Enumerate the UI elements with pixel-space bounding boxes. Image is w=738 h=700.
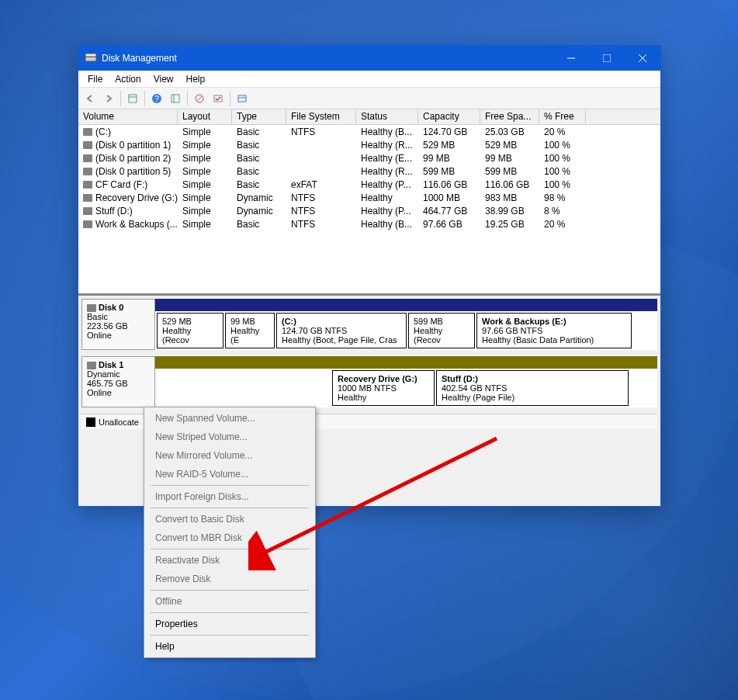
context-item-properties[interactable]: Properties bbox=[144, 615, 315, 633]
context-separator bbox=[151, 549, 309, 549]
context-item-reactivate-disk: Reactivate Disk bbox=[144, 551, 315, 570]
context-item-convert-to-mbr-disk: Convert to MBR Disk bbox=[144, 528, 315, 547]
volume-row[interactable]: (Disk 0 partition 1)SimpleBasicHealthy (… bbox=[78, 138, 660, 151]
drive-icon bbox=[83, 141, 92, 149]
wizard-button[interactable] bbox=[191, 90, 208, 107]
volume-list[interactable]: Volume Layout Type File System Status Ca… bbox=[78, 109, 660, 296]
svg-rect-6 bbox=[129, 95, 137, 102]
disk-header-bar bbox=[155, 299, 657, 311]
context-menu: New Spanned Volume...New Striped Volume.… bbox=[144, 407, 316, 658]
partition-box[interactable]: Recovery Drive (G:)1000 MB NTFSHealthy bbox=[332, 370, 435, 406]
settings-button[interactable] bbox=[167, 90, 184, 107]
titlebar[interactable]: Disk Management bbox=[78, 46, 660, 71]
svg-rect-3 bbox=[603, 54, 611, 62]
drive-icon bbox=[83, 128, 92, 136]
disk-label[interactable]: Disk 1Dynamic465.75 GBOnline bbox=[81, 356, 155, 407]
context-item-remove-disk: Remove Disk bbox=[144, 570, 315, 588]
col-layout[interactable]: Layout bbox=[178, 109, 232, 124]
svg-rect-1 bbox=[85, 54, 96, 57]
app-icon bbox=[85, 52, 97, 64]
col-fs[interactable]: File System bbox=[286, 109, 356, 124]
context-separator bbox=[151, 612, 309, 613]
context-item-new-striped-volume: New Striped Volume... bbox=[144, 428, 315, 446]
disk-row: Disk 0Basic223.56 GBOnline529 MBHealthy … bbox=[81, 299, 657, 350]
context-separator bbox=[151, 635, 309, 636]
check-button[interactable] bbox=[210, 90, 227, 107]
context-separator bbox=[151, 590, 309, 591]
volume-row[interactable]: (C:)SimpleBasicNTFSHealthy (B...124.70 G… bbox=[78, 125, 660, 138]
legend-unallocated: Unallocate bbox=[99, 418, 139, 427]
partition-box[interactable]: 529 MBHealthy (Recov bbox=[157, 313, 223, 348]
menu-file[interactable]: File bbox=[81, 72, 109, 86]
col-free[interactable]: Free Spa... bbox=[480, 109, 539, 124]
context-item-convert-to-basic-disk: Convert to Basic Disk bbox=[144, 510, 315, 528]
svg-rect-10 bbox=[172, 95, 179, 102]
context-item-new-spanned-volume: New Spanned Volume... bbox=[144, 409, 315, 428]
svg-text:?: ? bbox=[154, 95, 159, 103]
svg-rect-15 bbox=[238, 95, 246, 102]
disk-icon bbox=[87, 304, 96, 312]
partition-box[interactable]: Work & Backups (E:)97.66 GB NTFSHealthy … bbox=[476, 313, 632, 348]
volume-row[interactable]: Stuff (D:)SimpleDynamicNTFSHealthy (P...… bbox=[78, 204, 660, 217]
disk-label[interactable]: Disk 0Basic223.56 GBOnline bbox=[81, 299, 155, 350]
context-item-import-foreign-disks: Import Foreign Disks... bbox=[144, 487, 315, 506]
col-status[interactable]: Status bbox=[356, 109, 418, 124]
menu-view[interactable]: View bbox=[147, 72, 180, 86]
col-volume[interactable]: Volume bbox=[78, 109, 178, 124]
maximize-button[interactable] bbox=[589, 46, 625, 71]
list-button[interactable] bbox=[234, 90, 251, 107]
svg-line-13 bbox=[197, 96, 202, 101]
partition-box[interactable]: (C:)124.70 GB NTFSHealthy (Boot, Page Fi… bbox=[276, 313, 407, 348]
context-item-new-mirrored-volume: New Mirrored Volume... bbox=[144, 446, 315, 465]
disk-row: Disk 1Dynamic465.75 GBOnlineRecovery Dri… bbox=[81, 356, 657, 407]
col-capacity[interactable]: Capacity bbox=[418, 109, 480, 124]
volume-list-header: Volume Layout Type File System Status Ca… bbox=[78, 109, 660, 125]
context-item-help[interactable]: Help bbox=[144, 637, 315, 656]
partition-box[interactable]: 99 MBHealthy (E bbox=[225, 313, 275, 348]
partition-box[interactable]: 599 MBHealthy (Recov bbox=[408, 313, 475, 348]
drive-icon bbox=[83, 168, 92, 175]
partition-box[interactable]: Stuff (D:)402.54 GB NTFSHealthy (Page Fi… bbox=[436, 370, 629, 406]
drive-icon bbox=[83, 154, 92, 162]
context-item-new-raid-5-volume: New RAID-5 Volume... bbox=[144, 465, 315, 483]
show-hide-button[interactable] bbox=[124, 90, 141, 107]
volume-row[interactable]: (Disk 0 partition 5)SimpleBasicHealthy (… bbox=[78, 165, 660, 178]
drive-icon bbox=[83, 181, 92, 189]
help-button[interactable]: ? bbox=[148, 90, 165, 107]
disk-icon bbox=[87, 362, 96, 369]
window-title: Disk Management bbox=[102, 53, 553, 64]
context-item-offline: Offline bbox=[144, 592, 315, 611]
minimize-button[interactable] bbox=[553, 46, 589, 71]
menubar: File Action View Help bbox=[78, 71, 660, 88]
context-separator bbox=[151, 508, 309, 508]
context-separator bbox=[151, 485, 309, 486]
back-button[interactable] bbox=[81, 90, 99, 107]
col-type[interactable]: Type bbox=[232, 109, 286, 124]
toolbar: ? bbox=[78, 88, 660, 109]
disk-header-bar bbox=[155, 356, 657, 369]
drive-icon bbox=[83, 207, 92, 215]
col-pct[interactable]: % Free bbox=[539, 109, 586, 124]
volume-row[interactable]: Work & Backups (...SimpleBasicNTFSHealth… bbox=[78, 217, 660, 230]
volume-row[interactable]: CF Card (F:)SimpleBasicexFATHealthy (P..… bbox=[78, 178, 660, 191]
svg-rect-0 bbox=[85, 57, 96, 61]
unallocated-swatch bbox=[86, 418, 95, 427]
close-button[interactable] bbox=[625, 46, 660, 71]
drive-icon bbox=[83, 220, 92, 228]
forward-button[interactable] bbox=[100, 90, 117, 107]
drive-icon bbox=[83, 194, 92, 202]
menu-action[interactable]: Action bbox=[109, 72, 147, 86]
volume-row[interactable]: (Disk 0 partition 2)SimpleBasicHealthy (… bbox=[78, 151, 660, 165]
menu-help[interactable]: Help bbox=[180, 72, 212, 86]
volume-row[interactable]: Recovery Drive (G:)SimpleDynamicNTFSHeal… bbox=[78, 191, 660, 204]
